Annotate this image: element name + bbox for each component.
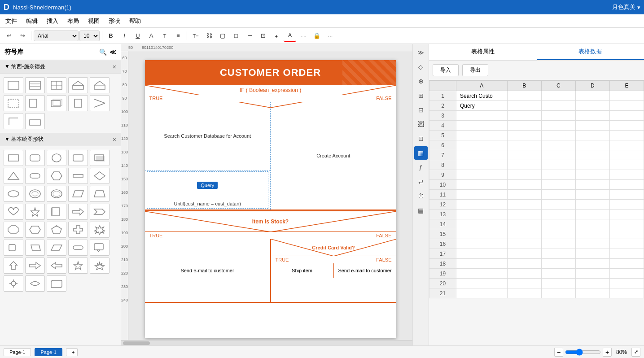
ns-shape-4[interactable] (68, 77, 88, 93)
fit-page-btn[interactable]: ⤢ (631, 348, 640, 357)
expand-icon[interactable]: ≫ (414, 46, 428, 59)
data-cell[interactable] (541, 150, 575, 160)
ns-shape-6[interactable] (4, 95, 23, 111)
data-cell[interactable] (456, 229, 508, 239)
zoom-out-btn[interactable]: − (554, 348, 563, 357)
zoom-in-btn[interactable]: + (603, 348, 612, 357)
basic-shadow-rect[interactable] (90, 150, 110, 166)
history-icon[interactable]: ⏱ (414, 189, 428, 203)
basic-star4[interactable] (68, 258, 88, 274)
data-cell[interactable] (541, 131, 575, 140)
menu-insert[interactable]: 插入 (47, 17, 58, 25)
nassi-section-header[interactable]: ▼ 纳西-施奈德曼 × (0, 60, 121, 74)
nassi-section-close[interactable]: × (113, 63, 116, 70)
data-cell[interactable] (575, 131, 609, 140)
h-scrollbar[interactable] (121, 340, 412, 345)
data-cell[interactable] (456, 259, 508, 269)
basic-rounded-rect[interactable] (25, 168, 45, 184)
data-cell[interactable] (456, 160, 508, 170)
collapse-icon[interactable]: ≪ (110, 48, 116, 56)
italic-button[interactable]: I (118, 30, 131, 42)
import-button[interactable]: 导入 (433, 64, 459, 76)
data-cell[interactable] (456, 150, 508, 160)
basic-concentric[interactable] (25, 186, 45, 202)
data-cell[interactable] (456, 170, 508, 180)
data-cell[interactable] (609, 150, 644, 160)
data-cell[interactable] (507, 200, 541, 210)
data-cell[interactable] (507, 170, 541, 180)
data-cell[interactable] (609, 249, 644, 259)
data-cell[interactable] (541, 259, 575, 269)
basic-section-header[interactable]: ▼ 基本绘图形状 × (0, 133, 121, 146)
image-icon[interactable]: 🖼 (414, 118, 428, 131)
data-cell[interactable] (456, 239, 508, 249)
data-cell[interactable] (541, 229, 575, 239)
data-cell[interactable] (609, 288, 644, 298)
ns-shape-10[interactable] (90, 95, 110, 111)
data-cell[interactable] (575, 160, 609, 170)
data-cell[interactable] (575, 91, 609, 101)
data-cell[interactable] (609, 180, 644, 190)
data-cell[interactable] (507, 269, 541, 279)
data-cell[interactable] (575, 210, 609, 219)
export-button[interactable]: 导出 (462, 64, 488, 76)
more-button[interactable]: ··· (324, 30, 337, 42)
basic-double-circle[interactable] (47, 186, 66, 202)
data-cell[interactable] (541, 219, 575, 229)
connect-icon[interactable]: ⊕ (414, 74, 428, 88)
basic-hexagon[interactable] (47, 168, 66, 184)
group-icon[interactable]: ⊞ (414, 89, 428, 102)
ns-shape-8[interactable] (47, 95, 66, 111)
component-icon[interactable]: ⊡ (414, 132, 428, 145)
data-cell[interactable] (541, 269, 575, 279)
data-cell[interactable] (507, 190, 541, 200)
basic-scroll[interactable] (47, 275, 66, 292)
basic-rect[interactable] (4, 150, 23, 166)
menu-shape[interactable]: 形状 (109, 17, 120, 25)
diagram-page[interactable]: CUSTOMER ORDER IF ( Boolean_expression ) (145, 60, 396, 338)
dropdown-icon[interactable]: ▾ (637, 4, 640, 11)
ns-shape-11[interactable] (4, 113, 23, 129)
col-header-c[interactable]: C (541, 81, 575, 91)
ns-shape-9[interactable] (68, 95, 88, 111)
font-select[interactable]: Arial (34, 31, 79, 41)
align-left-button[interactable]: ⊢ (243, 30, 256, 42)
basic-sun[interactable] (4, 275, 23, 292)
data-cell[interactable] (609, 239, 644, 249)
basic-parallelogram2[interactable] (25, 240, 45, 256)
basic-arrow-right2[interactable] (25, 258, 45, 274)
search-icon[interactable]: 🔍 (99, 48, 107, 56)
data-cell[interactable] (541, 170, 575, 180)
basic-section-close[interactable]: × (113, 136, 116, 143)
tab-data[interactable]: 表格数据 (537, 44, 644, 60)
basic-star6[interactable] (90, 222, 110, 238)
data-cell[interactable] (575, 200, 609, 210)
h-scroll-thumb[interactable] (123, 341, 150, 345)
font-color-button[interactable]: A (145, 30, 158, 42)
basic-cross[interactable] (68, 222, 88, 238)
basic-arrow-up[interactable] (4, 258, 23, 274)
align-button[interactable]: ≡ (172, 30, 184, 42)
data-cell[interactable] (456, 121, 508, 131)
basic-stadium[interactable] (68, 240, 88, 256)
data-cell[interactable] (456, 288, 508, 298)
lock-button[interactable]: 🔒 (311, 30, 323, 42)
underline-button[interactable]: U (131, 30, 144, 42)
data-cell[interactable] (609, 160, 644, 170)
data-cell[interactable] (575, 170, 609, 180)
data-cell[interactable] (456, 200, 508, 210)
basic-star-fancy[interactable] (90, 258, 110, 274)
data-icon[interactable]: ▤ (414, 204, 428, 217)
data-cell[interactable] (609, 170, 644, 180)
data-cell[interactable] (541, 190, 575, 200)
box-button[interactable]: ▢ (216, 30, 229, 42)
basic-hexagon2[interactable] (25, 222, 45, 238)
data-cell[interactable] (609, 111, 644, 121)
data-cell[interactable] (575, 249, 609, 259)
data-cell[interactable] (541, 279, 575, 288)
data-cell[interactable] (541, 288, 575, 298)
data-cell[interactable] (575, 190, 609, 200)
data-cell[interactable] (541, 101, 575, 111)
data-cell[interactable] (541, 200, 575, 210)
data-cell[interactable] (609, 91, 644, 101)
